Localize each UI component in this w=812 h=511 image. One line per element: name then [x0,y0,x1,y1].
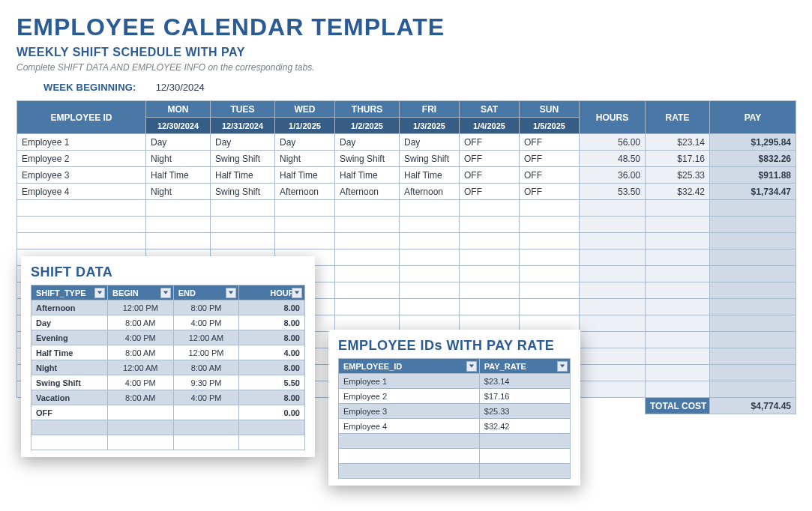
empty-cell[interactable] [335,200,400,217]
filter-icon[interactable] [160,288,171,298]
shift-begin-cell[interactable]: 12:00 PM [107,300,173,315]
shift-end-cell[interactable]: 12:00 AM [173,330,239,345]
shift-hours-cell[interactable]: 5.50 [239,375,305,390]
empty-cell[interactable] [646,299,710,315]
empty-cell[interactable] [520,266,580,282]
empty-cell[interactable] [646,348,710,365]
shift-cell[interactable]: Swing Shift [211,151,275,167]
empty-cell[interactable] [520,217,580,233]
shift-type-cell[interactable]: Vacation [31,390,108,405]
week-value[interactable]: 12/30/2024 [156,82,205,93]
shift-cell[interactable]: Afternoon [275,184,335,200]
shift-end-cell[interactable]: 4:00 PM [173,390,239,405]
empty-cell[interactable] [710,348,796,365]
empty-cell[interactable] [173,420,239,435]
empty-cell[interactable] [335,217,400,233]
empty-cell[interactable] [400,250,460,266]
empty-cell[interactable] [400,233,460,250]
empty-cell[interactable] [460,266,520,282]
empty-cell[interactable] [646,365,710,381]
shift-cell[interactable]: OFF [460,151,520,167]
shift-end-cell[interactable]: 8:00 AM [173,360,239,375]
shift-cell[interactable]: Half Time [146,167,211,184]
empty-cell[interactable] [646,266,710,282]
empty-cell[interactable] [107,435,173,450]
shift-cell[interactable]: OFF [520,184,580,200]
shift-cell[interactable]: Afternoon [400,184,460,200]
empty-cell[interactable] [580,200,646,217]
empty-cell[interactable] [146,200,211,217]
empty-cell[interactable] [275,233,335,250]
empty-cell[interactable] [520,200,580,217]
emp-id-cell[interactable]: Employee 4 [339,419,480,434]
empty-cell[interactable] [239,420,305,435]
empty-cell[interactable] [275,217,335,233]
shift-type-cell[interactable]: Evening [31,330,108,345]
empty-cell[interactable] [107,420,173,435]
empty-cell[interactable] [710,332,796,348]
empty-cell[interactable] [580,332,646,348]
shift-end-cell[interactable]: 4:00 PM [173,315,239,330]
empty-cell[interactable] [460,299,520,315]
empty-cell[interactable] [339,434,480,449]
shift-hours-cell[interactable]: 8.00 [239,390,305,405]
shift-begin-cell[interactable] [107,405,173,420]
empty-cell[interactable] [646,332,710,348]
empty-cell[interactable] [710,365,796,381]
empty-cell[interactable] [646,233,710,250]
empty-cell[interactable] [400,217,460,233]
empty-cell[interactable] [335,250,400,266]
empty-cell[interactable] [17,233,146,250]
empty-cell[interactable] [710,315,796,332]
emp-rate-cell[interactable]: $32.42 [479,419,570,434]
empty-cell[interactable] [339,449,480,464]
empty-cell[interactable] [460,217,520,233]
empty-cell[interactable] [710,250,796,266]
empty-cell[interactable] [400,200,460,217]
empty-cell[interactable] [520,250,580,266]
filter-icon[interactable] [226,288,236,298]
emp-rate-cell[interactable]: $17.16 [479,389,570,404]
shift-cell[interactable]: OFF [520,151,580,167]
shift-type-cell[interactable]: Night [31,360,108,375]
empty-cell[interactable] [211,233,275,250]
shift-begin-cell[interactable]: 4:00 PM [107,330,173,345]
shift-type-cell[interactable]: Day [31,315,108,330]
empty-cell[interactable] [646,250,710,266]
filter-icon[interactable] [466,361,477,372]
shift-cell[interactable]: OFF [520,134,580,151]
shift-hours-cell[interactable]: 8.00 [239,300,305,315]
empty-cell[interactable] [460,233,520,250]
empty-cell[interactable] [335,266,400,282]
filter-icon[interactable] [94,288,105,298]
empty-cell[interactable] [580,348,646,365]
empty-cell[interactable] [479,434,570,449]
shift-cell[interactable]: Night [275,151,335,167]
shift-hours-cell[interactable]: 8.00 [239,330,305,345]
emp-rate-cell[interactable]: $25.33 [479,404,570,419]
empty-cell[interactable] [520,299,580,315]
empty-cell[interactable] [710,299,796,315]
shift-cell[interactable]: OFF [460,134,520,151]
filter-icon[interactable] [292,288,302,298]
shift-cell[interactable]: Day [400,134,460,151]
empty-cell[interactable] [710,381,796,398]
empty-cell[interactable] [31,435,108,450]
empty-cell[interactable] [646,381,710,398]
emp-id-cell[interactable]: Employee 2 [339,389,480,404]
employee-cell[interactable]: Employee 4 [17,184,146,200]
empty-cell[interactable] [239,435,305,450]
shift-hours-cell[interactable]: 8.00 [239,360,305,375]
empty-cell[interactable] [710,217,796,233]
empty-cell[interactable] [479,464,570,479]
employee-cell[interactable]: Employee 2 [17,151,146,167]
employee-cell[interactable]: Employee 3 [17,167,146,184]
empty-cell[interactable] [335,299,400,315]
empty-cell[interactable] [580,299,646,315]
shift-cell[interactable]: OFF [460,167,520,184]
shift-cell[interactable]: Day [275,134,335,151]
shift-cell[interactable]: Night [146,151,211,167]
shift-cell[interactable]: Half Time [335,167,400,184]
empty-cell[interactable] [580,217,646,233]
shift-begin-cell[interactable]: 8:00 AM [107,315,173,330]
